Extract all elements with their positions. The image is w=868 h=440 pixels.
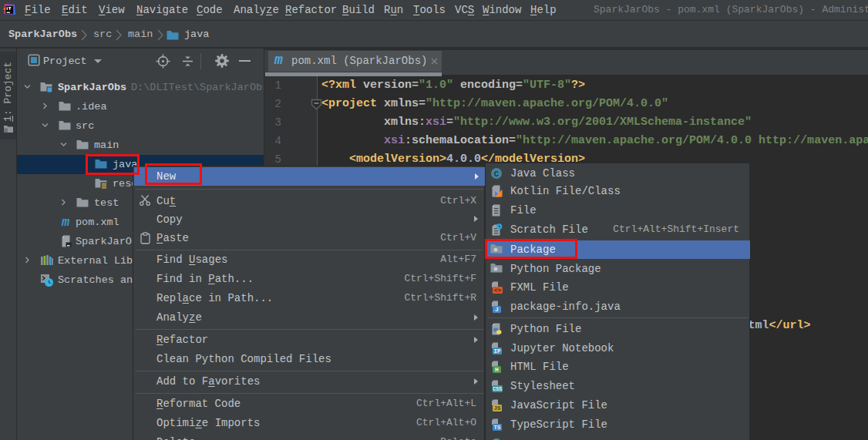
svg-text:<>: <> [494,287,502,294]
svg-text:IP: IP [493,348,501,354]
svg-text:JS: JS [493,405,501,411]
svg-text:J: J [495,306,499,313]
svg-text:C: C [494,170,500,179]
svg-text:CSS: CSS [493,387,502,392]
svg-text:TS: TS [493,425,501,431]
svg-text:H: H [495,366,499,373]
